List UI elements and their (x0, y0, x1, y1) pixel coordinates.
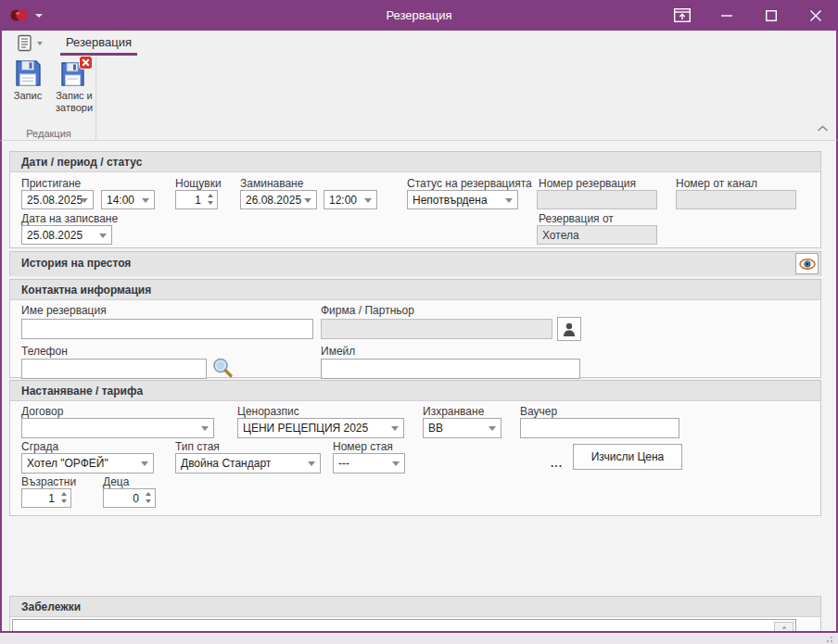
ribbon-tab-row: Резервация (2, 31, 836, 56)
maximize-button[interactable] (749, 0, 794, 31)
form-content: Дати / период / статус Пристигане 25.08.… (0, 141, 838, 633)
adults-label: Възрастни (21, 475, 76, 488)
arrival-time-combo[interactable]: 14:00 (101, 190, 155, 209)
tab-reservation-label: Резервация (66, 35, 132, 49)
channel-number-label: Номер от канал (676, 177, 757, 190)
chevron-down-icon (392, 461, 400, 466)
contract-label: Договор (21, 405, 63, 418)
eye-icon (799, 259, 816, 270)
section-title-history: История на престоя (10, 252, 820, 276)
chevron-down-icon (505, 198, 513, 203)
room-number-value: --- (338, 457, 349, 470)
chevron-down-icon (391, 426, 399, 431)
arrival-date-combo[interactable]: 25.08.2025 (21, 190, 94, 209)
room-type-value: Двойна Стандарт (181, 457, 271, 470)
reservation-from-value: Хотела (542, 229, 579, 242)
save-and-close-button-label: Запис и затвори (54, 90, 95, 114)
record-date-label: Дата на записване (21, 212, 118, 225)
arrival-time-value: 14:00 (107, 194, 134, 207)
building-combo[interactable]: Хотел "ОРФЕЙ" (21, 453, 154, 474)
window-footer (0, 633, 838, 644)
record-date-combo[interactable]: 25.08.2025 (21, 225, 112, 245)
ribbon-group-edit: Запис (2, 56, 96, 140)
meals-value: BB (428, 422, 443, 435)
section-title-dates: Дати / период / статус (10, 152, 820, 172)
pricelist-combo[interactable]: ЦЕНИ РЕЦЕПЦИЯ 2025 (237, 418, 404, 438)
chevron-down-icon (489, 426, 496, 431)
departure-date-combo[interactable]: 26.08.2025 (240, 190, 317, 209)
departure-time-value: 12:00 (329, 194, 357, 207)
minimize-button[interactable] (705, 0, 749, 31)
save-button[interactable]: Запис (7, 58, 48, 114)
meals-label: Изхранване (423, 405, 484, 418)
maximize-icon (766, 10, 777, 21)
collapse-ribbon-button[interactable] (817, 122, 829, 135)
nights-spinner[interactable]: 1 (175, 190, 218, 209)
status-label: Статус на резервацията (407, 177, 532, 190)
reservation-number-field (537, 190, 657, 209)
spinner-arrows-icon[interactable] (146, 492, 151, 503)
tab-reservation[interactable]: Резервация (58, 31, 139, 56)
panel-dates-period-status: Дати / период / статус Пристигане 25.08.… (9, 151, 821, 248)
arrival-date-value: 25.08.2025 (27, 194, 83, 207)
chevron-down-icon (99, 234, 107, 238)
adults-spinner[interactable]: 1 (21, 488, 71, 508)
phone-input[interactable] (21, 359, 207, 379)
reservation-from-label: Резервация от (539, 212, 614, 225)
chevron-down-icon (142, 198, 149, 203)
pricelist-value: ЦЕНИ РЕЦЕПЦИЯ 2025 (243, 422, 368, 435)
minimize-icon (721, 10, 732, 21)
adults-value: 1 (48, 492, 55, 505)
children-label: Деца (103, 475, 129, 488)
room-number-combo[interactable]: --- (333, 453, 405, 474)
close-button[interactable] (794, 0, 838, 31)
building-value: Хотел "ОРФЕЙ" (27, 457, 108, 470)
children-spinner[interactable]: 0 (103, 488, 156, 508)
save-and-close-button[interactable]: Запис и затвори (54, 58, 95, 114)
building-label: Сграда (21, 440, 58, 453)
ribbon-window-icon (674, 8, 691, 22)
reservation-name-input[interactable] (21, 319, 313, 339)
meals-combo[interactable]: BB (423, 418, 502, 438)
app-menu-button[interactable] (17, 34, 43, 52)
pricelist-label: Ценоразпис (237, 405, 299, 418)
company-partner-label: Фирма / Партньор (321, 304, 414, 317)
view-history-button[interactable] (795, 253, 819, 274)
calculate-price-button[interactable]: Изчисли Цена (573, 444, 682, 470)
chevron-down-icon (37, 42, 43, 45)
scroll-up-icon[interactable] (781, 625, 786, 628)
ribbon-body: Запис (2, 56, 836, 140)
resize-grip-icon[interactable] (823, 634, 832, 642)
chevron-down-icon (201, 426, 209, 431)
panel-accommodation-tariff: Настаняване / тарифа Договор Ценоразпис … (9, 380, 821, 516)
voucher-label: Ваучер (520, 405, 557, 418)
voucher-input[interactable] (520, 418, 679, 438)
phone-label: Телефон (21, 345, 68, 358)
room-type-combo[interactable]: Двойна Стандарт (175, 453, 321, 474)
reservation-number-label: Номер резервация (539, 177, 636, 190)
section-title-notes: Забележки (10, 597, 820, 617)
contract-combo[interactable] (21, 418, 214, 438)
chevron-down-icon (308, 461, 315, 466)
nights-label: Нощувки (175, 177, 222, 190)
select-partner-button[interactable] (557, 317, 581, 341)
section-title-contact: Контактна информация (10, 280, 820, 300)
more-options-ellipsis[interactable]: ... (551, 457, 563, 470)
spinner-arrows-icon[interactable] (61, 492, 67, 503)
departure-label: Заминаване (240, 177, 303, 190)
ribbon: Резервация За (0, 31, 838, 141)
status-combo[interactable]: Непотвърдена (407, 190, 518, 209)
reservation-from-field: Хотела (537, 225, 657, 245)
spinner-arrows-icon[interactable] (208, 194, 213, 205)
save-button-label: Запис (14, 90, 42, 102)
record-date-value: 25.08.2025 (27, 229, 83, 242)
email-input[interactable] (321, 359, 580, 379)
email-label: Имейл (321, 345, 355, 358)
person-icon (562, 322, 577, 337)
document-menu-icon (17, 34, 34, 52)
chevron-up-icon (817, 125, 829, 133)
departure-time-combo[interactable]: 12:00 (324, 190, 377, 209)
ribbon-display-options-button[interactable] (660, 0, 705, 31)
search-guest-button[interactable] (210, 356, 235, 380)
chevron-down-icon (304, 198, 311, 203)
